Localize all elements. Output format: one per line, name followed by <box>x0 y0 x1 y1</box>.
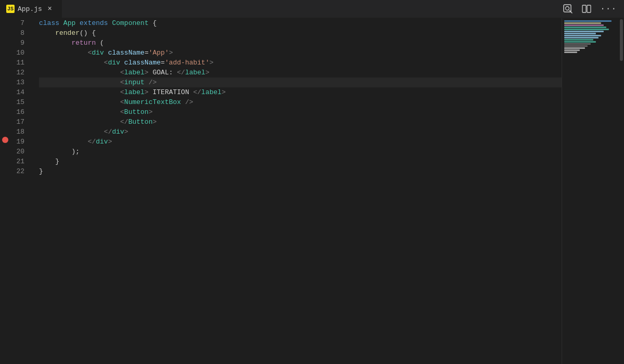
code-line-13: <input /> <box>39 77 562 87</box>
search-file-icon[interactable] <box>561 2 575 16</box>
minimap-line <box>564 47 585 49</box>
minimap <box>562 18 619 364</box>
svg-point-2 <box>566 7 569 10</box>
scrollbar-thumb[interactable] <box>620 19 623 61</box>
code-line-19: </div> <box>39 137 562 147</box>
tab-close-button[interactable]: × <box>45 4 55 14</box>
minimap-line <box>564 29 609 30</box>
split-editor-icon[interactable] <box>579 2 594 16</box>
minimap-line <box>564 37 599 38</box>
tab-bar-left: JS App.js × <box>0 0 62 18</box>
code-line-12: <label> GOAL: </label> <box>39 68 562 77</box>
line-num-20: 20 <box>10 147 29 157</box>
minimap-content <box>562 18 619 56</box>
code-line-20: ); <box>39 147 562 157</box>
line-num-12: 12 <box>10 68 29 77</box>
line-num-10: 10 <box>10 48 29 58</box>
minimap-line <box>564 51 577 53</box>
line-num-18: 18 <box>10 127 29 137</box>
code-line-17: </Button> <box>39 117 562 127</box>
minimap-line <box>564 24 604 26</box>
line-numbers: 7 8 9 10 11 12 13 14 15 16 17 18 19 20 2… <box>10 18 34 364</box>
line-num-13: 13 <box>10 77 29 87</box>
line-num-21: 21 <box>10 157 29 166</box>
editor-container: 7 8 9 10 11 12 13 14 15 16 17 18 19 20 2… <box>0 18 624 364</box>
line-num-19: 19 <box>10 137 29 147</box>
code-line-22: } <box>39 166 562 176</box>
code-editor[interactable]: class App extends Component { render() {… <box>34 18 562 364</box>
minimap-line <box>564 49 580 51</box>
toolbar-actions: ··· <box>561 2 624 16</box>
minimap-line <box>564 39 593 41</box>
code-line-10: <div className='App'> <box>39 48 562 58</box>
code-line-11: <div className='add-habit'> <box>39 58 562 68</box>
gutter <box>0 18 10 364</box>
minimap-line <box>564 43 591 45</box>
code-line-8: render() { <box>39 28 562 38</box>
minimap-line <box>564 41 596 43</box>
svg-rect-3 <box>582 5 586 12</box>
code-line-7: class App extends Component { <box>39 18 562 28</box>
minimap-line <box>564 31 604 32</box>
line-num-14: 14 <box>10 87 29 97</box>
minimap-line <box>564 22 601 24</box>
minimap-line <box>564 33 596 34</box>
code-line-21: } <box>39 157 562 166</box>
minimap-line <box>564 35 601 36</box>
scrollbar[interactable] <box>619 18 624 364</box>
js-icon: JS <box>6 5 15 13</box>
code-line-18: </div> <box>39 127 562 137</box>
tab-bar: JS App.js × ··· <box>0 0 624 18</box>
line-num-22: 22 <box>10 166 29 176</box>
code-line-16: <Button> <box>39 107 562 117</box>
code-line-14: <label> ITERATION </label> <box>39 87 562 97</box>
breakpoint-dot <box>2 137 8 143</box>
code-line-15: <NumericTextBox /> <box>39 97 562 107</box>
line-num-8: 8 <box>10 28 29 38</box>
line-num-15: 15 <box>10 97 29 107</box>
code-line-9: return ( <box>39 38 562 48</box>
line-num-7: 7 <box>10 18 29 28</box>
line-num-11: 11 <box>10 58 29 68</box>
line-num-9: 9 <box>10 38 29 48</box>
tab-filename: App.js <box>18 5 42 13</box>
minimap-line <box>564 27 606 28</box>
more-actions-icon[interactable]: ··· <box>598 2 619 16</box>
line-num-17: 17 <box>10 117 29 127</box>
minimap-line <box>564 20 612 22</box>
minimap-line <box>564 45 588 47</box>
svg-rect-4 <box>587 5 591 12</box>
tab-app-js[interactable]: JS App.js × <box>0 0 62 18</box>
line-num-16: 16 <box>10 107 29 117</box>
